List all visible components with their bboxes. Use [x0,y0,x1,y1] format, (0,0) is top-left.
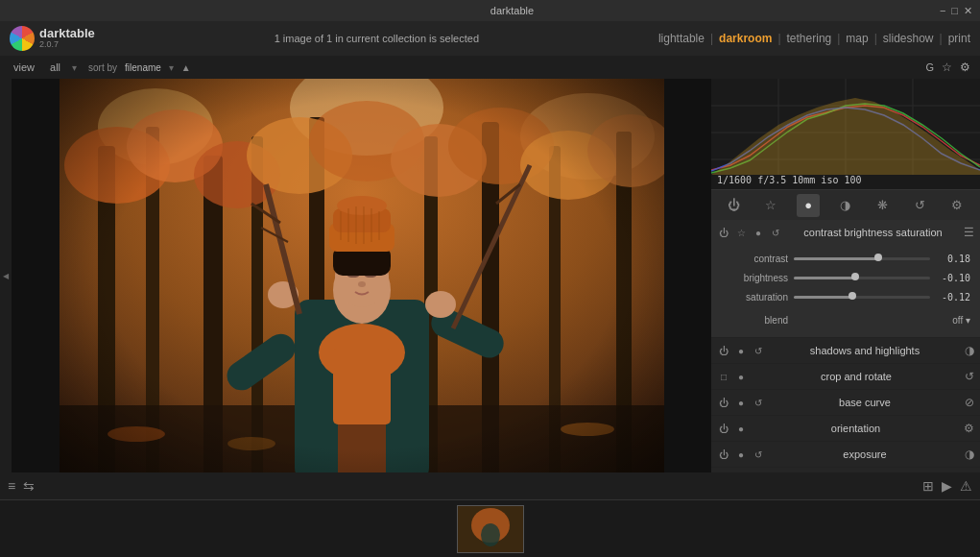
star-icon[interactable]: ☆ [942,61,952,74]
saturation-slider[interactable] [794,296,930,299]
nav-darkroom[interactable]: darkroom [719,32,772,45]
image-area [12,79,711,472]
bc-title: base curve [769,397,961,408]
sh-title: shadows and highlights [769,345,961,356]
settings-icon[interactable]: ⚙ [960,61,970,74]
contrast-value: 0.18 [936,254,970,264]
close-button[interactable]: ✕ [964,5,972,17]
logo: darktable 2.0.7 [10,26,95,51]
leaf-module-icon[interactable]: ❋ [872,194,895,217]
sort-label: sort by [88,62,117,73]
ex-title: exposure [769,448,961,460]
crop-rotate-module: □ ● crop and rotate ↺ [711,364,980,390]
circle-module-icon[interactable]: ● [797,194,820,217]
exif-info: 1/1600 f/3.5 10mm iso 100 [717,175,862,185]
sh-reset-btn[interactable]: ↺ [752,344,765,357]
bottombar: ≡ ⇆ ⊞ ▶ ⚠ [0,472,980,499]
export-btn[interactable]: ⊞ [922,478,934,494]
or-title: orientation [752,423,960,434]
toolbar-right: G ☆ ⚙ [925,61,970,74]
filmstrip [0,499,980,557]
cbs-title: contrast brightness saturation [786,227,960,238]
nav-print[interactable]: print [948,32,970,45]
left-panel-toggle[interactable] [0,79,12,472]
bc-icon[interactable]: ⊘ [965,396,974,409]
all-btn[interactable]: all [46,60,64,75]
right-panel: 1/1600 f/3.5 10mm iso 100 ⏻ ☆ ● ◑ ❋ ↺ ⚙ … [711,79,980,472]
nav-slideshow[interactable]: slideshow [883,32,934,45]
module-icons-row: ⏻ ☆ ● ◑ ❋ ↺ ⚙ [711,189,980,220]
sort-value: filename [125,62,161,73]
nav-links: lighttable | darkroom | tethering | map … [658,32,970,45]
contrast-row: contrast 0.18 [721,249,970,268]
filmstrip-thumb-1[interactable] [457,505,524,553]
cr-title: crop and rotate [752,371,961,382]
brightness-slider[interactable] [794,277,930,279]
ex-icon[interactable]: ◑ [965,448,974,461]
half-circle-module-icon[interactable]: ◑ [834,194,857,217]
window-title: darktable [84,5,940,16]
compare-btn[interactable]: ⇆ [23,478,35,494]
toolbar: view all ▾ sort by filename ▾ ▲ G ☆ ⚙ [0,56,980,79]
sh-power-btn[interactable]: ⏻ [717,344,730,357]
shadows-header[interactable]: ⏻ ● ↺ shadows and highlights ◑ [711,338,980,363]
bottombar-right: ⊞ ▶ ⚠ [922,478,972,494]
cbs-menu-btn[interactable]: ☰ [964,226,974,239]
ex-header[interactable]: ⏻ ● ↺ exposure ◑ [711,442,980,467]
maximize-button[interactable]: □ [951,5,958,17]
saturation-row: saturation -0.12 [721,287,970,306]
minimize-button[interactable]: − [940,5,945,17]
svg-rect-57 [60,79,664,472]
blend-label: blend [721,315,788,326]
ex-reset-btn[interactable]: ↺ [752,448,765,461]
bottombar-left: ≡ ⇆ [8,478,915,494]
ex-power-btn[interactable]: ⏻ [717,448,730,461]
main-area: 1/1600 f/3.5 10mm iso 100 ⏻ ☆ ● ◑ ❋ ↺ ⚙ … [0,79,980,472]
saturation-label: saturation [721,292,788,303]
contrast-label: contrast [721,254,788,264]
cbs-circle-btn[interactable]: ● [752,226,765,239]
cbs-star-btn[interactable]: ☆ [734,226,748,239]
G-icon[interactable]: G [925,61,934,73]
sh-icon[interactable]: ◑ [965,344,974,357]
nav-tethering[interactable]: tethering [787,32,832,45]
cbs-body: contrast 0.18 brightness [711,245,980,337]
power-module-icon[interactable]: ⏻ [722,194,745,217]
crop-header[interactable]: □ ● crop and rotate ↺ [711,364,980,389]
ex-circle-btn[interactable]: ● [734,448,748,461]
window-controls[interactable]: − □ ✕ [940,5,972,17]
gear-module-icon[interactable]: ⚙ [945,194,968,217]
collection-info: 1 image of 1 in current collection is se… [105,33,649,44]
base-curve-module: ⏻ ● ↺ base curve ⊘ [711,390,980,416]
brightness-label: brightness [721,273,788,283]
sh-circle-btn[interactable]: ● [734,344,748,357]
cr-circle-btn[interactable]: ● [734,370,748,383]
blend-value[interactable]: off ▾ [794,315,970,326]
cbs-power-btn[interactable]: ⏻ [717,226,730,239]
nav-lighttable[interactable]: lighttable [658,32,705,45]
cbs-reset-btn[interactable]: ↺ [769,226,782,239]
or-header[interactable]: ⏻ ● orientation ⚙ [711,416,980,441]
view-btn[interactable]: view [10,60,38,75]
rotate-module-icon[interactable]: ↺ [909,194,932,217]
bc-power-btn[interactable]: ⏻ [717,396,730,409]
star-module-icon[interactable]: ☆ [759,194,782,217]
nav-map[interactable]: map [846,32,868,45]
bc-reset-btn[interactable]: ↺ [752,396,765,409]
app-version: 2.0.7 [39,40,95,50]
brightness-row: brightness -0.10 [721,268,970,287]
warning-btn[interactable]: ⚠ [960,478,972,494]
cbs-module-header[interactable]: ⏻ ☆ ● ↺ contrast brightness saturation ☰ [711,220,980,245]
bc-header[interactable]: ⏻ ● ↺ base curve ⊘ [711,390,980,415]
cr-icon[interactable]: ↺ [965,370,974,383]
menu-btn[interactable]: ≡ [8,478,15,494]
or-circle-btn[interactable]: ● [734,422,748,435]
or-icon[interactable]: ⚙ [964,422,974,435]
histogram: 1/1600 f/3.5 10mm iso 100 [711,79,980,189]
cr-square-btn[interactable]: □ [717,370,730,383]
or-power-btn[interactable]: ⏻ [717,422,730,435]
svg-point-68 [481,523,500,546]
contrast-slider[interactable] [794,257,930,260]
play-btn[interactable]: ▶ [942,478,952,494]
bc-circle-btn[interactable]: ● [734,396,748,409]
